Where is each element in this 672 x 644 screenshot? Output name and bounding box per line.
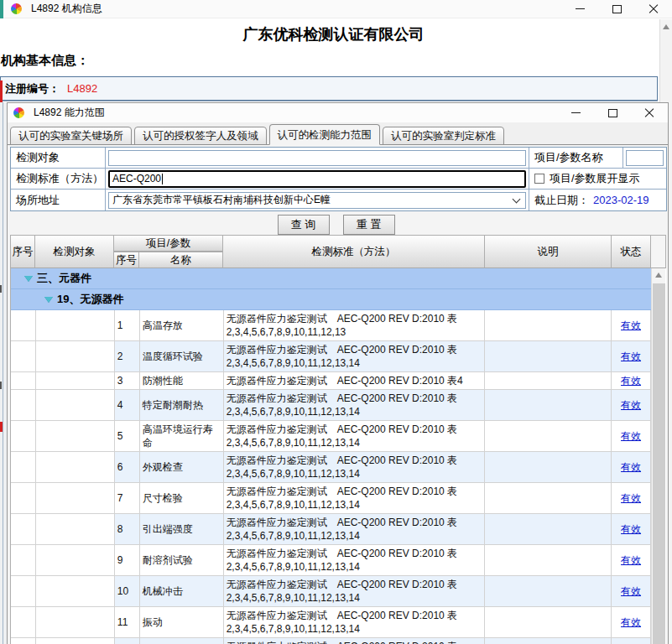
standard-input[interactable]: AEC-Q200 [108,170,526,188]
tab-panel: 检测对象 项目/参数名称 检测标准（方法） AEC-Q200 项目/参数展开显示 [8,144,668,644]
minimize-button[interactable] [561,0,598,18]
header-param-seq: 序号 [114,252,139,268]
tab-2[interactable]: 认可的授权签字人及领域 [134,127,267,145]
table-row[interactable]: 6外观检查无源器件应力鉴定测试 AEC-Q200 REV D:2010 表 2,… [11,452,651,483]
table-row[interactable]: 9耐溶剂试验无源器件应力鉴定测试 AEC-Q200 REV D:2010 表 2… [11,545,651,576]
reset-button[interactable]: 重 置 [343,215,395,235]
cell-object [36,576,115,606]
maximize-button[interactable] [598,0,635,18]
tab-4[interactable]: 认可的实验室判定标准 [383,127,504,145]
header-param-group: 项目/参数 [114,235,223,252]
results-table: 序号 检测对象 项目/参数 序号 名称 检测标准（方法） 说明 状态 三、元器件… [10,235,666,644]
table-row[interactable]: 8引出端强度无源器件应力鉴定测试 AEC-Q200 REV D:2010 表 2… [11,514,651,545]
cell-param-name: 振动 [140,607,224,637]
cell-standard: 无源器件应力鉴定测试 AEC-Q200 REV D:2010 表 2,3,4,5… [224,545,486,575]
cell-status: 有效 [612,607,651,637]
status-link[interactable]: 有效 [621,350,641,363]
cell-status: 有效 [612,390,651,420]
address-selected-value: 广东省东莞市常平镇板石村南埔科技创新中心E幢 [112,193,331,207]
table-row[interactable]: 5高温环境运行寿命无源器件应力鉴定测试 AEC-Q200 REV D:2010 … [11,421,651,452]
cell-object [36,341,115,371]
tab-3[interactable]: 认可的检测能力范围 [269,124,381,145]
tab-1[interactable]: 认可的实验室关键场所 [10,127,132,145]
status-link[interactable]: 有效 [621,491,641,505]
status-link[interactable]: 有效 [621,584,641,598]
cell-standard: 无源器件应力鉴定测试 AEC-Q200 REV D:2010 表 2,3,4,5… [224,576,486,606]
cell-note [485,372,612,389]
registration-number-value: L4892 [67,82,97,95]
expand-params-label: 项目/参数展开显示 [550,171,640,186]
object-input[interactable] [108,150,526,166]
table-row[interactable]: 4特定耐潮耐热无源器件应力鉴定测试 AEC-Q200 REV D:2010 表 … [11,390,651,421]
clipped-red-fragment [0,80,3,102]
status-link[interactable]: 有效 [621,553,641,567]
cell-note [485,545,612,575]
cell-object [36,638,115,644]
institution-window-titlebar[interactable]: L4892 机构信息 [0,0,672,18]
expand-params-checkbox[interactable] [534,174,544,184]
table-row[interactable]: 无源器件应力鉴定测试 AEC-Q200 REV D:2010 表 2,3,4,5… [11,638,651,644]
cell-param-seq: 8 [115,514,140,544]
scroll-up-button[interactable] [652,268,665,282]
cell-param-seq [115,638,140,644]
cell-seq [11,545,36,575]
header-object: 检测对象 [35,235,114,268]
cell-seq [11,607,36,637]
address-select[interactable]: 广东省东莞市常平镇板石村南埔科技创新中心E幢 [108,192,526,209]
cell-param-seq: 1 [115,310,140,340]
table-row[interactable]: 11振动无源器件应力鉴定测试 AEC-Q200 REV D:2010 表 2,3… [11,607,651,638]
status-link[interactable]: 有效 [621,615,641,629]
cell-param-seq: 9 [115,545,140,575]
cell-param-name: 引出端强度 [140,514,224,544]
collapse-triangle-icon[interactable] [24,276,33,282]
cell-param-seq: 3 [115,372,140,389]
cell-seq [11,452,36,482]
scrollbar-thumb[interactable] [653,283,665,644]
cell-seq [11,372,36,389]
cell-param-name: 耐溶剂试验 [140,545,224,575]
param-name-input[interactable] [626,150,664,166]
scroll-up-icon [663,24,669,29]
table-row[interactable]: 10机械冲击无源器件应力鉴定测试 AEC-Q200 REV D:2010 表 2… [11,576,651,607]
cell-object [36,390,115,420]
cell-param-name: 高温环境运行寿命 [140,421,224,451]
maximize-button[interactable] [594,103,631,122]
status-link[interactable]: 有效 [621,374,641,387]
registration-number-row: 注册编号： L4892 [0,76,658,101]
minimize-icon [571,112,581,113]
collapse-triangle-icon[interactable] [44,297,53,303]
cell-status: 有效 [612,483,651,513]
close-button[interactable] [631,103,668,122]
group-row[interactable]: 三、元器件 [11,268,651,289]
institution-window-title: L4892 机构信息 [31,2,102,16]
cell-object [36,514,115,544]
close-button[interactable] [635,0,672,18]
minimize-button[interactable] [557,103,594,122]
clipped-red-fragment [0,422,3,432]
cell-status: 有效 [612,514,651,544]
window-capability-scope: L4892 能力范围 认可的实验室关键场所认可的授权签字人及领域认可的检测能力范… [7,102,669,644]
chevron-down-icon [513,195,521,203]
status-link[interactable]: 有效 [621,460,641,474]
scope-window-titlebar[interactable]: L4892 能力范围 [8,103,668,122]
scroll-up-icon [655,273,662,278]
cell-param-name: 外观检查 [140,452,224,482]
header-standard: 检测标准（方法） [223,235,485,268]
group-row[interactable]: 19、无源器件 [11,289,651,310]
status-link[interactable]: 有效 [621,429,641,443]
table-row[interactable]: 1高温存放无源器件应力鉴定测试 AEC-Q200 REV D:2010 表 2,… [11,310,651,341]
status-link[interactable]: 有效 [621,319,641,332]
table-row[interactable]: 2温度循环试验无源器件应力鉴定测试 AEC-Q200 REV D:2010 表 … [11,341,651,372]
table-row[interactable]: 3防潮性能无源器件应力鉴定测试 AEC-Q200 REV D:2010 表4有效 [11,372,651,390]
query-button[interactable]: 查 询 [278,215,330,235]
table-row[interactable]: 7尺寸检验无源器件应力鉴定测试 AEC-Q200 REV D:2010 表 2,… [11,483,651,514]
maximize-icon [612,5,622,13]
status-link[interactable]: 有效 [621,398,641,412]
cell-param-name: 机械冲击 [140,576,224,606]
cell-param-seq: 10 [115,576,140,606]
status-link[interactable]: 有效 [621,522,641,536]
background-window-edge [0,0,3,18]
background-window-left-sliver [0,102,7,644]
cell-seq [11,638,36,644]
address-label: 场所地址 [11,190,106,210]
